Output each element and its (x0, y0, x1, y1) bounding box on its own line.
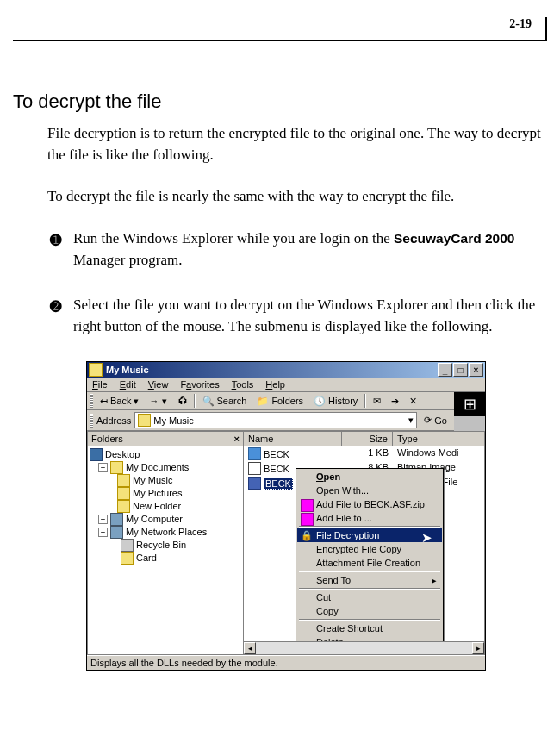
minimize-button[interactable]: _ (438, 363, 452, 377)
ctx-file-decryption[interactable]: 🔒File Decryption➤ (297, 528, 442, 542)
media-file-icon (248, 447, 261, 460)
address-bar: Address My Music ▾ ⟳ Go (87, 410, 454, 431)
ctx-copy[interactable]: Copy (297, 604, 442, 618)
desktop-icon (90, 448, 103, 461)
ctx-encrypted-file-copy[interactable]: Encrypted File Copy (297, 542, 442, 556)
window-titlebar[interactable]: My Music _ □ × (87, 362, 485, 378)
ctx-attachment-file-creation[interactable]: Attachment File Creation (297, 556, 442, 570)
tool-mail[interactable]: ✉ (370, 395, 384, 408)
page-number: 2-19 (13, 17, 547, 41)
bitmap-file-icon (248, 462, 261, 475)
folder-icon (117, 500, 130, 513)
ctx-open[interactable]: Open (297, 470, 442, 484)
menu-edit[interactable]: Edit (120, 379, 136, 390)
search-button[interactable]: 🔍 Search (199, 395, 251, 408)
ctx-add-to-zip[interactable]: Add File to BECK.ASF.zip (297, 497, 442, 511)
explorer-window: My Music _ □ × File Edit View Favorites … (86, 361, 486, 671)
tree-mypictures[interactable]: My Pictures (90, 487, 241, 500)
menu-help[interactable]: Help (265, 379, 285, 390)
col-size[interactable]: Size (342, 432, 393, 446)
zip-icon (301, 499, 314, 512)
intro-paragraph-1: File decryption is to return the encrypt… (47, 123, 547, 165)
menu-file[interactable]: File (92, 379, 108, 390)
menu-bar: File Edit View Favorites Tools Help (87, 378, 485, 392)
ctx-cut[interactable]: Cut (297, 590, 442, 604)
col-name[interactable]: Name (244, 432, 342, 446)
step-marker-2: ➋ (47, 297, 63, 339)
intro-paragraph-2: To decrypt the file is nearly the same w… (47, 186, 547, 208)
computer-icon (110, 513, 123, 526)
tree-card[interactable]: Card (90, 552, 241, 565)
forward-button[interactable]: → ▾ (146, 395, 170, 408)
context-menu: Open Open With... Add File to BECK.ASF.z… (296, 468, 444, 655)
windows-logo: ⊞ (454, 392, 485, 416)
folder-icon (138, 414, 151, 427)
folder-icon (117, 487, 130, 500)
menu-tools[interactable]: Tools (232, 379, 254, 390)
go-button[interactable]: ⟳ Go (420, 414, 451, 427)
back-button[interactable]: ↤ Back ▾ (96, 395, 142, 408)
zip-icon (301, 513, 314, 526)
tree-mydocuments[interactable]: −My Documents (90, 461, 241, 474)
tool-move[interactable]: ➔ (388, 395, 402, 408)
folder-icon (89, 363, 103, 377)
folder-icon (110, 461, 123, 474)
ctx-send-to[interactable]: Send To▸ (297, 573, 442, 587)
step-1-text: Run the Windows Explorer while you are l… (73, 228, 547, 271)
recycle-icon (121, 539, 134, 552)
close-folders-pane[interactable]: × (234, 434, 240, 444)
column-headers: Name Size Type (244, 432, 484, 446)
menu-favorites[interactable]: Favorites (180, 379, 219, 390)
encrypted-file-icon (248, 477, 261, 490)
close-button[interactable]: × (469, 363, 483, 377)
status-bar: Displays all the DLLs needed by the modu… (87, 655, 485, 670)
window-title: My Music (106, 365, 149, 375)
folder-tree: Desktop −My Documents My Music My Pictur… (88, 446, 243, 654)
tree-mymusic[interactable]: My Music (90, 474, 241, 487)
file-row[interactable]: BECK 1 KB Windows Medi (244, 446, 484, 461)
step-2-text: Select the file you want to decrypt on t… (73, 295, 547, 337)
tree-newfolder[interactable]: New Folder (90, 500, 241, 513)
tree-recycle[interactable]: Recycle Bin (90, 539, 241, 552)
folders-pane-title: Folders (91, 434, 123, 444)
tree-desktop[interactable]: Desktop (90, 448, 241, 461)
ctx-open-with[interactable]: Open With... (297, 484, 442, 497)
address-grip[interactable] (90, 414, 93, 428)
history-button[interactable]: 🕓 History (310, 395, 361, 408)
toolbar: ↤ Back ▾ → ▾ ⮉ 🔍 Search 📁 Folders 🕓 Hist… (87, 392, 454, 410)
col-type[interactable]: Type (393, 432, 484, 446)
tool-delete[interactable]: ✕ (406, 395, 420, 408)
address-value: My Music (153, 415, 193, 426)
address-label: Address (96, 415, 131, 426)
ctx-create-shortcut[interactable]: Create Shortcut (297, 621, 442, 635)
tree-mynetwork[interactable]: +My Network Places (90, 526, 241, 539)
scroll-right-button[interactable]: ▸ (472, 642, 484, 654)
folders-button[interactable]: 📁 Folders (253, 395, 307, 408)
scroll-left-button[interactable]: ◂ (244, 642, 256, 654)
step-marker-1: ➊ (47, 230, 63, 272)
address-input[interactable]: My Music ▾ (134, 412, 417, 428)
up-button[interactable]: ⮉ (174, 395, 190, 407)
menu-view[interactable]: View (148, 379, 169, 390)
maximize-button[interactable]: □ (453, 363, 468, 377)
folder-icon (121, 552, 134, 565)
network-icon (110, 526, 123, 539)
tree-mycomputer[interactable]: +My Computer (90, 513, 241, 526)
section-heading: To decrypt the file (13, 91, 547, 113)
toolbar-grip[interactable] (90, 394, 93, 408)
ctx-add-file-to[interactable]: Add File to ... (297, 511, 442, 525)
music-folder-icon (117, 474, 130, 487)
horizontal-scrollbar[interactable]: ◂ ▸ (244, 641, 484, 654)
